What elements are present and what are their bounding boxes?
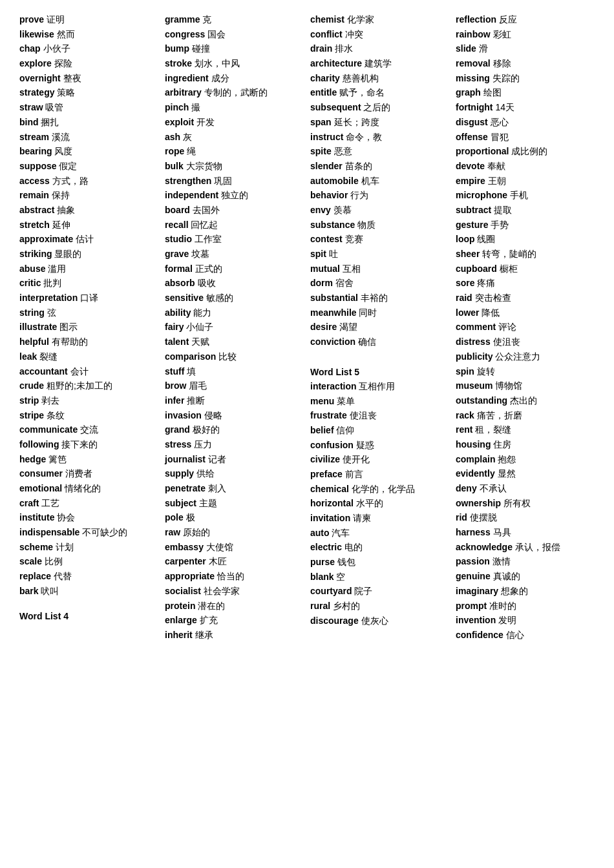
word-english: confidence xyxy=(456,630,503,640)
word-chinese: 绳 xyxy=(184,146,196,156)
word-entry: stripe 条纹 xyxy=(19,409,158,423)
word-chinese: 国会 xyxy=(205,29,226,39)
word-chinese: 转弯，陡峭的 xyxy=(480,249,536,259)
word-entry: deny 不承认 xyxy=(456,482,595,496)
word-english: accountant xyxy=(19,366,68,377)
word-english: cupboard xyxy=(456,264,497,274)
word-entry: supply 供给 xyxy=(165,467,304,481)
word-english: behavior xyxy=(310,190,348,200)
word-chinese: 工艺 xyxy=(39,498,59,508)
word-chinese: 移除 xyxy=(491,58,511,68)
word-chinese: 物质 xyxy=(355,220,376,230)
word-english: discourage xyxy=(310,615,359,626)
word-english: sheer xyxy=(456,249,480,259)
word-entry: illustrate 图示 xyxy=(19,320,158,335)
word-entry: replace 代替 xyxy=(19,570,158,584)
word-english: stretch xyxy=(19,220,50,230)
word-chinese: 评论 xyxy=(496,322,516,332)
word-english: slender xyxy=(310,161,343,171)
word-english: span xyxy=(310,117,332,127)
word-english: independent xyxy=(165,190,218,200)
word-chinese: 眉毛 xyxy=(186,380,207,391)
word-entry: automobile 机车 xyxy=(310,174,449,189)
word-entry: string 弦 xyxy=(19,306,158,320)
word-english: outstanding xyxy=(456,395,507,406)
word-entry: slide 滑 xyxy=(456,42,595,56)
word-entry: talent 天赋 xyxy=(165,335,304,349)
word-english: sensitive xyxy=(165,293,204,303)
word-english: electric xyxy=(310,542,342,552)
word-entry: genuine 真诚的 xyxy=(456,570,595,584)
word-chinese: 汽车 xyxy=(330,528,350,538)
word-english: museum xyxy=(456,380,493,391)
word-chinese: 排水 xyxy=(332,43,353,54)
word-english: socialist xyxy=(165,586,201,596)
word-english: comparison xyxy=(165,351,216,362)
word-chinese: 使沮丧 xyxy=(491,336,520,347)
column-1: prove 证明likewise 然而chap 小伙子explore 探险ove… xyxy=(19,13,158,643)
word-chinese: 前言 xyxy=(343,469,363,479)
word-entry: envy 羡慕 xyxy=(310,203,449,218)
word-english: straw xyxy=(19,102,43,112)
word-entry: emotional 情绪化的 xyxy=(19,482,158,496)
word-english: blank xyxy=(310,572,334,582)
word-english: enlarge xyxy=(165,615,197,625)
word-entry: contest 竞赛 xyxy=(310,232,449,247)
word-english: bind xyxy=(19,117,39,127)
word-english: subject xyxy=(165,498,196,508)
word-chinese: 回忆起 xyxy=(189,220,218,230)
word-english: microphone xyxy=(456,190,507,200)
word-entry: exploit 开发 xyxy=(165,116,304,130)
word-entry: subtract 提取 xyxy=(456,203,595,218)
word-chinese: 租，裂缝 xyxy=(472,424,511,435)
word-chinese: 保持 xyxy=(49,190,70,200)
word-entry: rainbow 彩虹 xyxy=(456,28,595,42)
word-english: fairy xyxy=(165,322,184,332)
word-english: embassy xyxy=(165,542,204,552)
word-english: distress xyxy=(456,336,491,347)
word-english: deny xyxy=(456,483,477,493)
word-entry: substance 物质 xyxy=(310,218,449,232)
word-english: following xyxy=(19,439,59,450)
word-english: acknowledge xyxy=(456,542,513,552)
word-entry: stretch 延伸 xyxy=(19,218,158,232)
word-english: craft xyxy=(19,498,39,508)
word-english: protein xyxy=(165,601,195,611)
word-entry: invitation 请柬 xyxy=(310,512,449,526)
word-entry: sensitive 敏感的 xyxy=(165,291,304,305)
word-entry: scale 比例 xyxy=(19,555,158,569)
word-entry: stream 溪流 xyxy=(19,130,158,145)
word-english: contest xyxy=(310,234,343,244)
word-english: evidently xyxy=(456,468,495,479)
word-entry: belief 信仰 xyxy=(310,424,449,438)
word-chinese: 吸收 xyxy=(195,278,216,288)
word-english: entitle xyxy=(310,87,337,98)
word-english: illustrate xyxy=(19,322,57,332)
word-english: invitation xyxy=(310,513,350,523)
word-entry: raid 突击检查 xyxy=(456,291,595,305)
word-entry: board 去国外 xyxy=(165,203,304,218)
word-entry: approximate 估计 xyxy=(19,232,158,247)
word-english: abstract xyxy=(19,205,54,215)
word-chinese: 显眼的 xyxy=(52,249,82,259)
word-entry: overnight 整夜 xyxy=(19,72,158,86)
word-entry: slender 苗条的 xyxy=(310,160,449,174)
word-chinese: 策略 xyxy=(54,87,75,98)
word-english: dorm xyxy=(310,278,333,288)
word-entry: interpretation 口译 xyxy=(19,291,158,305)
word-chinese: 赋予，命名 xyxy=(337,87,385,98)
word-entry: carpenter 木匠 xyxy=(165,555,304,569)
word-chinese: 所有权 xyxy=(501,498,531,508)
word-chinese: 乡村的 xyxy=(330,601,360,611)
word-chinese: 化学家 xyxy=(344,14,374,25)
word-chinese: 想象的 xyxy=(498,586,528,596)
word-english: spite xyxy=(310,146,332,156)
word-chinese: 住房 xyxy=(491,439,511,450)
word-english: arbitrary xyxy=(165,87,202,98)
word-entry: housing 住房 xyxy=(456,438,595,452)
word-chinese: 估计 xyxy=(73,234,94,244)
section-header: Word List 4 xyxy=(19,611,158,621)
word-chinese: 粗野的;未加工的 xyxy=(44,380,112,391)
spacer xyxy=(19,599,158,604)
word-entry: preface 前言 xyxy=(310,468,449,482)
